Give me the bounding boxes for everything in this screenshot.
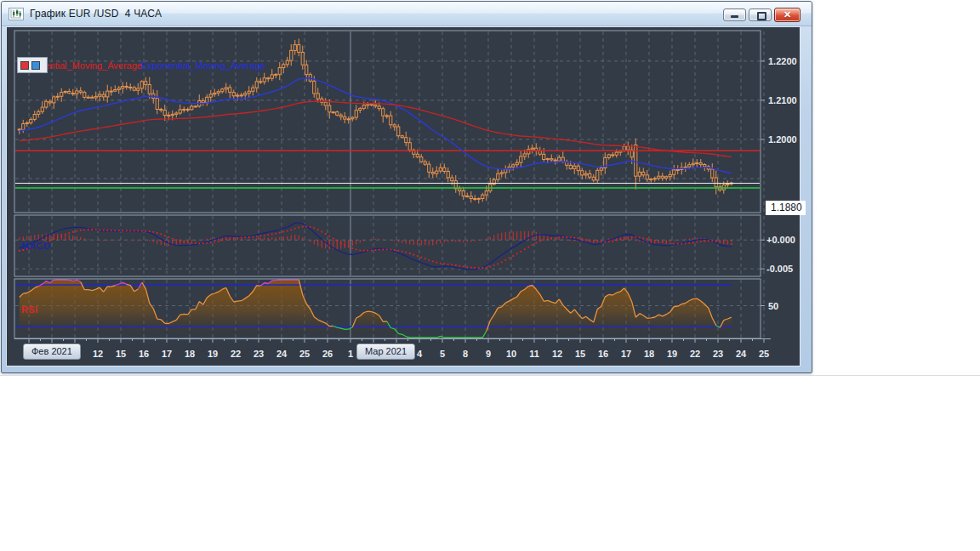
x-axis-day-label: 5 xyxy=(440,349,445,359)
price-chart-svg: 9101112151617181922232425261234589101112… xyxy=(7,27,801,367)
x-axis-day-label: 22 xyxy=(690,349,700,359)
close-button[interactable]: ✕ xyxy=(774,8,801,22)
month-badge-mar: Мар 2021 xyxy=(356,344,415,360)
candlestick-chart-icon xyxy=(9,8,24,20)
rsi-label: RSI xyxy=(21,304,37,315)
x-axis-day-label: 19 xyxy=(208,349,218,359)
minimize-button[interactable] xyxy=(723,9,746,21)
x-axis-day-label: 17 xyxy=(162,349,172,359)
x-axis-day-label: 1 xyxy=(348,349,353,359)
x-axis-day-label: 4 xyxy=(417,349,423,359)
maximize-button[interactable] xyxy=(749,9,772,21)
x-axis-day-label: 19 xyxy=(667,349,677,359)
price-axis-label: 1.2100 xyxy=(768,95,797,105)
chart-window: График EUR /USD 4 ЧАСА ✕ 910111215161718… xyxy=(1,1,812,373)
x-axis-day-label: 16 xyxy=(139,349,149,359)
x-axis-day-label: 25 xyxy=(759,349,769,359)
x-axis-day-label: 18 xyxy=(185,349,195,359)
legend-swatch-red-icon xyxy=(20,61,29,70)
x-axis-day-label: 11 xyxy=(529,349,539,359)
month-badge-feb: Фев 2021 xyxy=(23,344,81,360)
close-icon: ✕ xyxy=(775,9,800,20)
legend-swatch-blue-icon xyxy=(31,61,40,70)
x-axis-day-label: 15 xyxy=(575,349,585,359)
rsi-axis-label: 50 xyxy=(768,301,778,311)
page-divider xyxy=(0,375,980,376)
price-axis-label: 1.2000 xyxy=(768,134,797,145)
macd-label: MACD xyxy=(21,241,50,251)
legend-label-ema-blue: Exponential_Moving_Average xyxy=(141,60,265,71)
price-axis-label: 1.2200 xyxy=(768,56,797,66)
x-axis-day-label: 23 xyxy=(713,349,723,359)
x-axis-day-label: 24 xyxy=(276,349,288,359)
x-axis-day-label: 22 xyxy=(231,349,241,359)
current-price-label: 1.1880 xyxy=(766,201,806,215)
x-axis-day-label: 9 xyxy=(486,349,491,359)
x-axis-day-label: 24 xyxy=(736,349,747,359)
window-titlebar[interactable]: График EUR /USD 4 ЧАСА ✕ xyxy=(2,2,812,26)
x-axis-day-label: 12 xyxy=(552,349,562,359)
x-axis-day-label: 26 xyxy=(322,349,333,359)
x-axis-day-label: 23 xyxy=(254,349,264,359)
window-controls: ✕ xyxy=(723,9,801,22)
x-axis-day-label: 25 xyxy=(299,349,310,359)
x-axis-day-label: 17 xyxy=(621,349,631,359)
macd-axis-label: +0.000 xyxy=(766,235,795,245)
x-axis-day-label: 12 xyxy=(93,349,103,359)
legend-box xyxy=(17,57,48,73)
macd-axis-label: -0.005 xyxy=(766,264,793,274)
window-title: График EUR /USD 4 ЧАСА xyxy=(30,8,162,20)
chart-area[interactable]: 9101112151617181922232425261234589101112… xyxy=(6,26,801,366)
x-axis-day-label: 16 xyxy=(598,349,608,359)
minimize-icon xyxy=(731,15,738,18)
x-axis-day-label: 10 xyxy=(506,349,516,359)
maximize-icon xyxy=(757,12,766,20)
x-axis-day-label: 18 xyxy=(644,349,654,359)
x-axis-day-label: 8 xyxy=(463,349,468,359)
x-axis-day-label: 15 xyxy=(116,349,126,359)
